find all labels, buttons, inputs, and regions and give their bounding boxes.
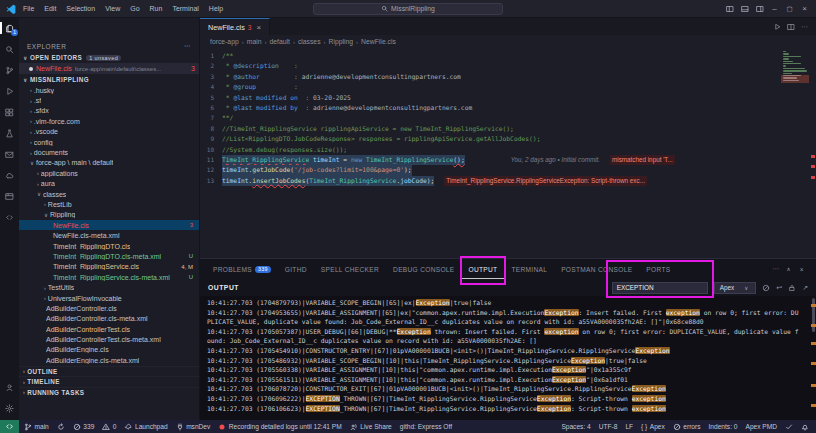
- tree-folder-sf[interactable]: ›.sf: [19, 95, 199, 105]
- tree-file-adbuildercontrollertest-cls[interactable]: AdBuilderControllerTest.cls: [19, 324, 199, 334]
- activity-testing[interactable]: [0, 126, 19, 140]
- layout-secondary-icon[interactable]: [752, 0, 767, 18]
- output-log[interactable]: 10:41:27.703 (1704879793)|VARIABLE_SCOPE…: [200, 296, 816, 420]
- more-actions-icon[interactable]: ⋯: [184, 42, 191, 50]
- activity-run-debug[interactable]: [0, 84, 19, 98]
- status-live-share[interactable]: Live Share: [346, 420, 396, 433]
- minimap[interactable]: [783, 51, 808, 82]
- breadcrumb-item-rippling[interactable]: Rippling: [329, 38, 354, 45]
- activity-account[interactable]: [0, 380, 19, 394]
- code-editor[interactable]: 1/**2 * @description :3 * @author : adri…: [200, 48, 816, 258]
- layout-sidebar-icon[interactable]: [722, 0, 737, 18]
- chevron-up-icon[interactable]: ∧: [787, 265, 793, 273]
- menu-go[interactable]: Go: [125, 0, 144, 18]
- activity-explorer[interactable]: 1: [0, 21, 19, 35]
- tree-folder-applications[interactable]: ›applications: [19, 168, 199, 178]
- status-lf[interactable]: LF: [621, 420, 637, 433]
- tab-newfile-cls[interactable]: NewFile.cls 3 ×: [200, 18, 270, 35]
- panel-tab-debug-console[interactable]: DEBUG CONSOLE: [386, 259, 461, 279]
- tree-folder-restlib[interactable]: ›RestLib: [19, 199, 199, 209]
- tree-folder-vscode[interactable]: ›.vscode: [19, 127, 199, 137]
- tree-folder-sfdx[interactable]: ›.sfdx: [19, 106, 199, 116]
- open-editor-item[interactable]: NewFile.cls force-app\main\default\class…: [19, 63, 199, 74]
- tree-folder-config[interactable]: ›config: [19, 137, 199, 147]
- breadcrumb-item-main[interactable]: main: [247, 38, 262, 45]
- tree-file-timeint-ripplingdto-cls[interactable]: TimeInt_RipplingDTO.cls: [19, 241, 199, 251]
- section-timeline[interactable]: ›TIMELINE: [19, 376, 199, 387]
- panel-tab-terminal[interactable]: TERMINAL: [504, 259, 554, 279]
- status-remote[interactable]: [0, 420, 19, 433]
- maximize-icon[interactable]: ▢: [782, 0, 797, 18]
- menu-terminal[interactable]: Terminal: [167, 0, 203, 18]
- tree-folder-husky[interactable]: ›.husky: [19, 85, 199, 95]
- wrap-icon[interactable]: ↩: [776, 284, 782, 292]
- tree-file-adbuildercontrollertest-cls-meta-xml[interactable]: AdBuilderControllerTest.cls-meta.xml: [19, 334, 199, 344]
- lock-icon[interactable]: [788, 284, 796, 292]
- activity-remote[interactable]: [0, 210, 19, 224]
- open-editors-header[interactable]: ∨ OPEN EDITORS 1 unsaved: [19, 52, 199, 63]
- activity-source-control[interactable]: [0, 63, 19, 77]
- breadcrumb-item-newfile-cls[interactable]: NewFile.cls: [361, 38, 396, 45]
- status-launchpad[interactable]: Launchpad: [120, 420, 171, 433]
- breadcrumb-item-force-app[interactable]: force-app: [210, 38, 239, 45]
- tree-folder-universalflowinvocable[interactable]: ›UniversalFlowInvocable: [19, 293, 199, 303]
- tree-folder-aura[interactable]: ›aura: [19, 179, 199, 189]
- output-channel-select[interactable]: Apex ∨: [714, 282, 757, 294]
- status-0[interactable]: 0: [98, 420, 120, 433]
- project-section-header[interactable]: ∨ MISSNLRIPPLING: [19, 74, 199, 85]
- split-icon[interactable]: [787, 23, 795, 31]
- status-339[interactable]: 339: [69, 420, 99, 433]
- panel-tab-postman-console[interactable]: POSTMAN CONSOLE: [554, 259, 639, 279]
- menu-view[interactable]: View: [100, 0, 125, 18]
- close-icon[interactable]: ×: [797, 0, 812, 18]
- status-apex[interactable]: { }Apex: [637, 420, 669, 433]
- tree-file-adbuildercontroller-cls-meta-xml[interactable]: AdBuilderController.cls-meta.xml: [19, 314, 199, 324]
- status-githd-express-off[interactable]: githd: Express Off: [396, 420, 456, 433]
- breadcrumb-item-default[interactable]: default: [269, 38, 289, 45]
- tree-file-adbuildercontroller-cls[interactable]: AdBuilderController.cls: [19, 303, 199, 313]
- tree-file-adbuilderengine-cls-meta-xml[interactable]: AdBuilderEngine.cls-meta.xml: [19, 355, 199, 365]
- status-recording-detailed-logs-until-12-41-pm[interactable]: Recording detailed logs until 12:41 PM: [214, 420, 345, 433]
- tree-file-newfile-cls-meta-xml[interactable]: NewFile.cls-meta.xml: [19, 230, 199, 240]
- section-outline[interactable]: ›OUTLINE: [19, 366, 199, 377]
- activity-settings[interactable]: [0, 401, 19, 415]
- status-bell[interactable]: [797, 420, 813, 433]
- panel-tab-spell-checker[interactable]: SPELL CHECKER: [314, 259, 386, 279]
- tree-folder-rippling[interactable]: ∨Rippling: [19, 210, 199, 220]
- status-utf-8[interactable]: UTF-8: [595, 420, 622, 433]
- tree-folder-documents[interactable]: ›documents: [19, 147, 199, 157]
- tree-folder-force-app-main-default[interactable]: ∨force-app \ main \ default: [19, 158, 199, 168]
- tree-folder-classes[interactable]: ∨classes: [19, 189, 199, 199]
- activity-org-browser[interactable]: [0, 189, 19, 203]
- minimize-icon[interactable]: –: [767, 0, 782, 18]
- activity-search[interactable]: [0, 42, 19, 56]
- breadcrumb-item-classes[interactable]: classes: [298, 38, 321, 45]
- menu-selection[interactable]: Selection: [61, 0, 100, 18]
- tree-file-adbuilderengine-cls[interactable]: AdBuilderEngine.cls: [19, 345, 199, 355]
- menu-run[interactable]: Run: [145, 0, 168, 18]
- output-filter-input[interactable]: EXCEPTION: [612, 282, 708, 294]
- menu-edit[interactable]: Edit: [39, 0, 61, 18]
- run-icon[interactable]: [773, 23, 781, 31]
- status-sync[interactable]: [53, 420, 69, 433]
- status-main[interactable]: main: [20, 420, 53, 433]
- tree-folder-vlm-force-com[interactable]: ›.vlm-force.com: [19, 116, 199, 126]
- more-icon[interactable]: ⋯: [773, 265, 780, 273]
- section-running-tasks[interactable]: ›RUNNING TASKS: [19, 387, 199, 398]
- tree-file-newfile-cls[interactable]: NewFile.cls3: [19, 220, 199, 230]
- layout-panel-icon[interactable]: [737, 0, 752, 18]
- menu-help[interactable]: Help: [204, 0, 228, 18]
- activity-mail[interactable]: [0, 147, 19, 161]
- panel-tab-githd[interactable]: GITHD: [278, 259, 314, 279]
- clear-icon[interactable]: [762, 284, 770, 292]
- command-center[interactable]: MissnlRippling: [313, 3, 503, 15]
- panel-tab-ports[interactable]: PORTS: [639, 259, 677, 279]
- activity-cloud[interactable]: [0, 168, 19, 182]
- open-editor-icon[interactable]: ↗: [802, 284, 808, 292]
- status-indents-0[interactable]: Indents: 0: [705, 420, 742, 433]
- status-msndev[interactable]: msnDev: [172, 420, 215, 433]
- close-icon[interactable]: ×: [800, 265, 804, 273]
- tree-file-timeint-ripplingdto-cls-meta-xml[interactable]: TimeInt_RipplingDTO.cls-meta.xmlU: [19, 251, 199, 261]
- status-apex-pmd[interactable]: Apex PMD: [741, 420, 781, 433]
- status-spaces-4[interactable]: Spaces: 4: [557, 420, 594, 433]
